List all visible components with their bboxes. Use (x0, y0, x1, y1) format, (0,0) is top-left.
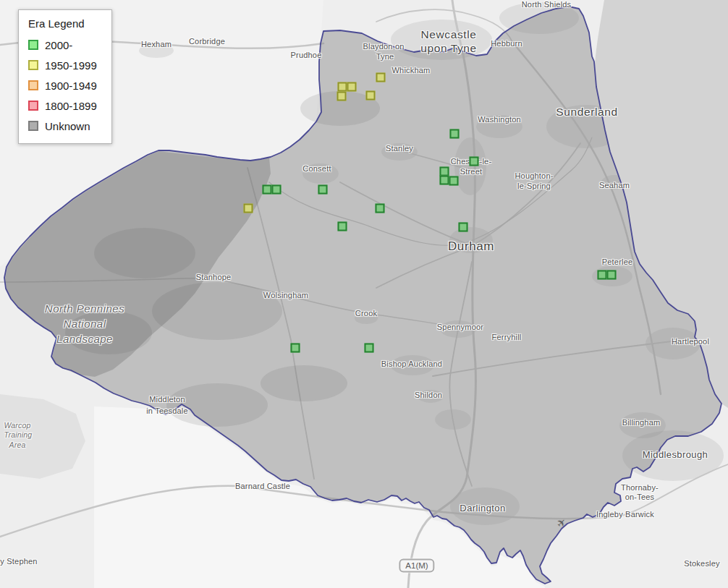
legend-swatch-icon (28, 121, 38, 131)
era-marker[interactable] (347, 82, 357, 92)
era-marker[interactable] (449, 176, 459, 186)
era-marker[interactable] (459, 223, 468, 232)
era-marker[interactable] (598, 270, 607, 280)
era-marker[interactable] (244, 204, 253, 213)
era-marker[interactable] (338, 82, 347, 92)
legend-item-label: 1800-1899 (45, 100, 97, 112)
era-marker[interactable] (440, 176, 449, 185)
era-marker[interactable] (291, 344, 300, 353)
era-marker[interactable] (318, 185, 328, 195)
era-legend-items: 2000-1950-19991900-19491800-1899Unknown (28, 35, 103, 136)
legend-item: 1800-1899 (28, 95, 103, 116)
era-marker[interactable] (338, 222, 347, 231)
legend-item: 1950-1999 (28, 55, 103, 75)
era-marker[interactable] (365, 344, 374, 353)
era-marker[interactable] (607, 270, 617, 280)
era-marker[interactable] (366, 91, 376, 101)
legend-item: Unknown (28, 116, 103, 136)
road-shield-a1m: A1(M) (399, 559, 434, 573)
era-marker[interactable] (470, 157, 479, 166)
era-marker[interactable] (376, 204, 385, 213)
legend-item: 2000- (28, 35, 103, 55)
era-marker[interactable] (337, 92, 347, 101)
warcop-area (0, 394, 85, 479)
legend-item-label: 2000- (45, 39, 72, 51)
legend-swatch-icon (28, 60, 38, 70)
era-marker[interactable] (450, 129, 460, 139)
era-marker[interactable] (272, 185, 282, 195)
era-marker[interactable] (376, 73, 386, 82)
legend-swatch-icon (28, 101, 38, 111)
era-marker[interactable] (263, 185, 272, 195)
legend-item-label: 1900-1949 (45, 80, 97, 92)
legend-title: Era Legend (28, 17, 103, 30)
legend-swatch-icon (28, 80, 38, 90)
legend-item-label: Unknown (45, 120, 90, 132)
map[interactable]: North ShieldsNewcastleupon TyneHebburnHe… (0, 0, 728, 588)
legend-item: 1900-1949 (28, 75, 103, 95)
legend-item-label: 1950-1999 (45, 59, 97, 72)
legend-swatch-icon (28, 40, 38, 50)
era-legend: Era Legend 2000-1950-19991900-19491800-1… (18, 9, 112, 144)
